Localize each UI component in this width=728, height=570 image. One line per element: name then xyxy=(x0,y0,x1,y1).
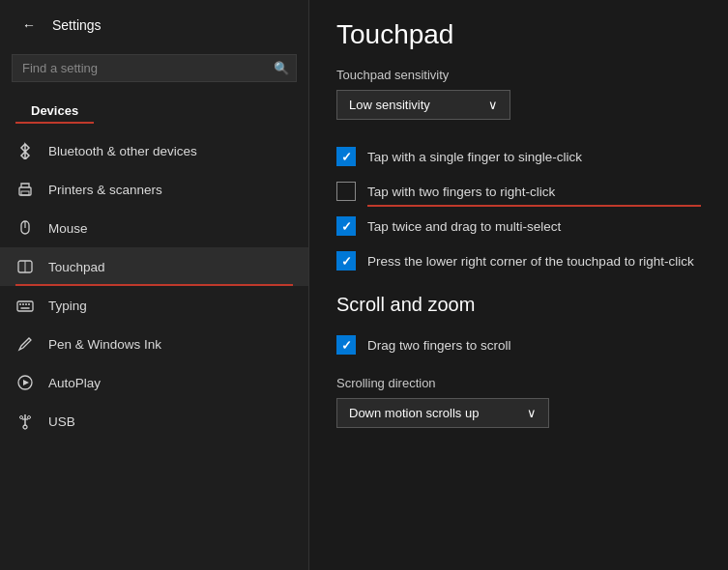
scroll-zoom-title: Scroll and zoom xyxy=(336,294,701,316)
svg-point-18 xyxy=(23,425,27,429)
checkbox-multi-select-label: Tap twice and drag to multi-select xyxy=(367,219,561,234)
nav-list: Bluetooth & other devices Printers & sca… xyxy=(0,131,308,570)
sidebar-item-autoplay[interactable]: AutoPlay xyxy=(0,363,308,402)
search-icon: 🔍 xyxy=(274,61,289,75)
scrolling-direction-value: Down motion scrolls up xyxy=(349,406,479,420)
search-input[interactable] xyxy=(12,54,297,82)
scrolling-chevron-icon: ∨ xyxy=(527,406,537,420)
main-content: Touchpad Touchpad sensitivity Low sensit… xyxy=(309,0,728,570)
checkbox-multi-select: ✓ Tap twice and drag to multi-select xyxy=(336,209,701,243)
scrolling-direction-label: Scrolling direction xyxy=(336,376,701,390)
underline-annotation xyxy=(367,205,701,207)
checkbox-right-click-input[interactable] xyxy=(336,182,356,201)
checkmark-icon-scroll: ✓ xyxy=(341,338,352,353)
bluetooth-icon xyxy=(15,141,35,160)
sidebar-item-label-mouse: Mouse xyxy=(48,221,88,236)
checkbox-right-corner: ✓ Press the lower right corner of the to… xyxy=(336,243,701,278)
section-label: Devices xyxy=(15,98,94,124)
sidebar-title: Settings xyxy=(52,17,102,33)
back-button[interactable]: ← xyxy=(15,12,43,39)
touchpad-icon xyxy=(15,257,35,276)
sidebar-item-pen[interactable]: Pen & Windows Ink xyxy=(0,325,308,363)
sensitivity-dropdown[interactable]: Low sensitivity ∨ xyxy=(336,90,510,120)
pen-icon xyxy=(15,334,35,354)
sidebar-item-printers[interactable]: Printers & scanners xyxy=(0,170,308,209)
section-header: Devices xyxy=(0,94,308,131)
sidebar-item-typing[interactable]: Typing xyxy=(0,286,308,325)
checkmark-icon-multi: ✓ xyxy=(341,219,352,234)
svg-point-17 xyxy=(28,416,31,419)
keyboard-icon xyxy=(15,296,35,315)
sidebar-item-bluetooth[interactable]: Bluetooth & other devices xyxy=(0,131,308,170)
sidebar-item-label-autoplay: AutoPlay xyxy=(48,376,101,390)
mouse-icon xyxy=(15,218,35,238)
svg-rect-6 xyxy=(17,301,33,311)
sidebar-item-label-pen: Pen & Windows Ink xyxy=(48,337,161,352)
autoplay-icon xyxy=(15,373,35,392)
checkmark-icon-corner: ✓ xyxy=(341,254,352,269)
sidebar-item-usb[interactable]: USB xyxy=(0,402,308,441)
page-title: Touchpad xyxy=(336,19,701,50)
checkbox-drag-scroll: ✓ Drag two fingers to scroll xyxy=(336,328,701,362)
sidebar-item-mouse[interactable]: Mouse xyxy=(0,209,308,247)
checkbox-right-click: Tap with two fingers to right-click xyxy=(336,174,701,209)
checkbox-right-corner-label: Press the lower right corner of the touc… xyxy=(367,254,694,269)
sidebar-item-label-typing: Typing xyxy=(48,299,87,313)
checkbox-right-corner-input[interactable]: ✓ xyxy=(336,251,356,271)
sidebar-item-touchpad[interactable]: Touchpad xyxy=(0,247,308,286)
checkbox-drag-scroll-input[interactable]: ✓ xyxy=(336,335,356,355)
checkbox-single-click-input[interactable]: ✓ xyxy=(336,147,356,166)
checkbox-single-click-label: Tap with a single finger to single-click xyxy=(367,150,582,164)
sidebar-item-label-touchpad: Touchpad xyxy=(48,260,105,274)
sidebar: ← Settings 🔍 Devices Bluetooth & other d… xyxy=(0,0,309,570)
search-box: 🔍 xyxy=(12,54,297,82)
sidebar-header: ← Settings xyxy=(0,0,308,50)
svg-marker-13 xyxy=(23,380,29,385)
sidebar-item-label-usb: USB xyxy=(48,414,75,429)
checkmark-icon: ✓ xyxy=(341,150,352,164)
checkbox-multi-select-input[interactable]: ✓ xyxy=(336,216,356,236)
checkbox-drag-scroll-label: Drag two fingers to scroll xyxy=(367,338,511,353)
svg-point-16 xyxy=(20,416,23,419)
sensitivity-chevron-icon: ∨ xyxy=(488,98,498,112)
print-icon xyxy=(15,180,35,199)
sensitivity-label: Touchpad sensitivity xyxy=(336,68,701,82)
sensitivity-value: Low sensitivity xyxy=(349,98,430,112)
scrolling-direction-dropdown[interactable]: Down motion scrolls up ∨ xyxy=(336,398,549,428)
back-icon: ← xyxy=(22,17,36,33)
checkbox-single-click: ✓ Tap with a single finger to single-cli… xyxy=(336,139,701,174)
sidebar-item-label-bluetooth: Bluetooth & other devices xyxy=(48,144,197,158)
checkbox-right-click-label: Tap with two fingers to right-click xyxy=(367,185,555,199)
sidebar-item-label-printers: Printers & scanners xyxy=(48,183,162,197)
usb-icon xyxy=(15,412,35,431)
